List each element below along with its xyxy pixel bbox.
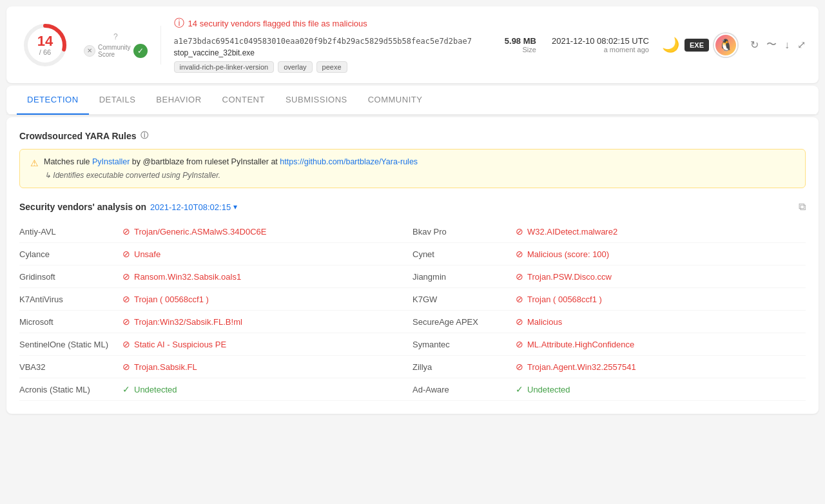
vendor-name: Cynet xyxy=(412,249,516,259)
yara-info-icon[interactable]: ⓘ xyxy=(141,130,148,141)
tag-list: invalid-rich-pe-linker-version overlay p… xyxy=(174,61,492,73)
file-info: ⓘ 14 security vendors flagged this file … xyxy=(174,17,492,73)
community-question: ? xyxy=(113,32,118,41)
yara-title-text: Crowdsourced YARA Rules xyxy=(19,131,137,141)
threat-name: Unsafe xyxy=(134,249,160,259)
vendor-result: ✓ Undetected xyxy=(516,384,570,394)
download-icon[interactable]: ↓ xyxy=(784,39,790,51)
vendor-name: Gridinsoft xyxy=(19,272,122,282)
vendor-row: Jiangmin ⊘ Trojan.PSW.Disco.ccw xyxy=(412,266,806,288)
vendor-name: SecureAge APEX xyxy=(412,317,516,327)
vendor-name: Symantec xyxy=(412,340,516,349)
score-denominator: / 66 xyxy=(37,48,53,56)
community-label: CommunityScore xyxy=(98,44,131,58)
yara-alert-main: ⚠ Matches rule PyInstaller by @bartblaze… xyxy=(30,157,795,168)
threat-icon: ⊘ xyxy=(516,226,523,237)
threat-icon: ⊘ xyxy=(516,316,523,327)
tab-behavior[interactable]: BEHAVIOR xyxy=(146,86,211,115)
vendor-row: Antiy-AVL ⊘ Trojan/Generic.ASMalwS.34D0C… xyxy=(19,220,412,243)
vendors-chevron-icon[interactable]: ▾ xyxy=(233,202,237,211)
alert-banner: ⓘ 14 security vendors flagged this file … xyxy=(174,17,492,30)
copy-icon[interactable]: ⧉ xyxy=(799,201,806,213)
tab-community[interactable]: COMMUNITY xyxy=(358,86,433,115)
page-wrapper: 14 / 66 ? ✕ CommunityScore ✓ ⓘ 14 securi… xyxy=(0,0,825,504)
expand-icon[interactable]: ⤢ xyxy=(797,39,806,51)
vendor-name: K7AntiVirus xyxy=(19,295,122,304)
vendor-row: Bkav Pro ⊘ W32.AIDetect.malware2 xyxy=(412,220,806,243)
tag-2: overlay xyxy=(278,61,312,73)
threat-name: Trojan:Win32/Sabsik.FL.B!ml xyxy=(134,317,242,327)
file-type-icons: 🌙 EXE 🐧 xyxy=(662,34,737,57)
yara-url-link[interactable]: https://github.com/bartblaze/Yara-rules xyxy=(280,157,418,166)
vendor-row: Symantec ⊘ ML.Attribute.HighConfidence xyxy=(412,333,806,356)
vendor-row: Cynet ⊘ Malicious (score: 100) xyxy=(412,243,806,266)
alert-text: 14 security vendors flagged this file as… xyxy=(188,19,367,28)
threat-name: Malicious xyxy=(527,317,562,327)
threat-name: Malicious (score: 100) xyxy=(527,249,609,259)
vendor-name: Zillya xyxy=(412,362,516,372)
yara-warn-icon: ⚠ xyxy=(30,158,39,168)
score-circle: 14 / 66 xyxy=(19,19,71,71)
file-hash: a1e73bdac69541c049583010eaa020f9b2f4b29a… xyxy=(174,37,492,46)
threat-icon: ⊘ xyxy=(122,339,130,349)
vendor-row: Cylance ⊘ Unsafe xyxy=(19,243,412,266)
vendor-result: ✓ Undetected xyxy=(122,384,177,394)
threat-name: Trojan/Generic.ASMalwS.34D0C6E xyxy=(134,227,266,237)
threat-icon: ⊘ xyxy=(516,339,523,349)
vendor-name: Acronis (Static ML) xyxy=(19,385,122,394)
community-score: ? ✕ CommunityScore ✓ xyxy=(84,32,148,58)
tag-1: invalid-rich-pe-linker-version xyxy=(174,61,275,73)
vendor-row: Gridinsoft ⊘ Ransom.Win32.Sabsik.oals1 xyxy=(19,266,412,288)
yara-sub: ↳ Identifies executable converted using … xyxy=(30,171,795,180)
threat-name: Trojan.Sabsik.FL xyxy=(134,362,197,372)
vendor-row: Ad-Aware ✓ Undetected xyxy=(412,378,806,401)
vendor-result: ⊘ Trojan.PSW.Disco.ccw xyxy=(516,271,612,282)
file-date: 2021-12-10 08:02:15 UTC xyxy=(552,36,649,46)
threat-icon: ⊘ xyxy=(516,271,523,282)
yara-rule-link[interactable]: PyInstaller xyxy=(92,157,130,166)
moon-icon: 🌙 xyxy=(662,37,679,53)
vendor-result: ⊘ Trojan/Generic.ASMalwS.34D0C6E xyxy=(122,226,266,237)
yara-section-title: Crowdsourced YARA Rules ⓘ xyxy=(19,130,806,141)
vendor-name: Antiy-AVL xyxy=(19,227,122,237)
main-content: Crowdsourced YARA Rules ⓘ ⚠ Matches rule… xyxy=(6,117,819,414)
threat-icon: ⊘ xyxy=(122,362,130,372)
threat-name: ML.Attribute.HighConfidence xyxy=(527,340,634,349)
file-name: stop_vaccine_32bit.exe xyxy=(174,48,492,57)
threat-name: Trojan.Agent.Win32.2557541 xyxy=(527,362,636,372)
minus-icon[interactable]: 〜 xyxy=(766,38,777,52)
vendors-header: Security vendors' analysis on 2021-12-10… xyxy=(19,201,806,213)
tab-detection[interactable]: DETECTION xyxy=(17,86,89,115)
alert-icon: ⓘ xyxy=(174,17,184,30)
yara-text: Matches rule PyInstaller by @bartblaze f… xyxy=(44,157,418,166)
vendor-name: Bkav Pro xyxy=(412,227,516,237)
threat-icon: ⊘ xyxy=(516,294,523,304)
threat-icon: ⊘ xyxy=(122,226,130,237)
tab-details[interactable]: DETAILS xyxy=(89,86,146,115)
tab-submissions[interactable]: SUBMISSIONS xyxy=(275,86,358,115)
vendor-name: Jiangmin xyxy=(412,272,516,282)
score-number: 14 xyxy=(37,34,53,48)
vendor-result: ⊘ ML.Attribute.HighConfidence xyxy=(516,339,634,349)
vendor-row: Acronis (Static ML) ✓ Undetected xyxy=(19,378,412,401)
vendor-row: K7AntiVirus ⊘ Trojan ( 00568ccf1 ) xyxy=(19,288,412,311)
threat-icon: ⊘ xyxy=(122,249,130,259)
refresh-icon[interactable]: ↻ xyxy=(750,39,759,51)
threat-name: Trojan ( 00568ccf1 ) xyxy=(134,295,209,304)
threat-icon: ⊘ xyxy=(122,271,130,282)
tabs-card: DETECTION DETAILS BEHAVIOR CONTENT SUBMI… xyxy=(6,86,819,115)
tab-content[interactable]: CONTENT xyxy=(212,86,275,115)
threat-name: Undetected xyxy=(134,385,177,394)
threat-name: Trojan ( 00568ccf1 ) xyxy=(527,295,602,304)
vendor-result: ⊘ Static AI - Suspicious PE xyxy=(122,339,226,349)
vendor-result: ⊘ Malicious (score: 100) xyxy=(516,249,609,259)
threat-name: Undetected xyxy=(527,385,570,394)
vendor-result: ⊘ Trojan:Win32/Sabsik.FL.B!ml xyxy=(122,316,242,327)
vendor-row: Microsoft ⊘ Trojan:Win32/Sabsik.FL.B!ml xyxy=(19,311,412,333)
vendor-result: ⊘ Trojan.Agent.Win32.2557541 xyxy=(516,362,636,372)
file-date-ago: a moment ago xyxy=(552,46,649,53)
exe-badge: EXE xyxy=(684,39,709,52)
file-meta: 5.98 MB Size 2021-12-10 08:02:15 UTC a m… xyxy=(505,36,649,53)
threat-icon: ⊘ xyxy=(516,362,523,372)
vendor-result: ⊘ Trojan.Sabsik.FL xyxy=(122,362,197,372)
